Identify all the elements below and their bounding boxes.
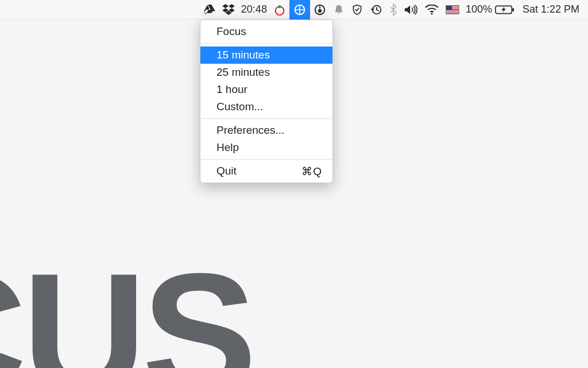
battery-charging-icon[interactable] <box>495 0 518 20</box>
dropbox-icon[interactable] <box>219 0 238 20</box>
clock[interactable]: Sat 1:22 PM <box>518 0 582 20</box>
menu-item-15-minutes[interactable]: 15 minutes <box>200 47 332 64</box>
menu-item-custom[interactable]: Custom... <box>200 98 332 115</box>
timer-text[interactable]: 20:48 <box>238 0 270 20</box>
menu-item-1-hour[interactable]: 1 hour <box>200 81 332 98</box>
menu-item-help[interactable]: Help <box>200 139 332 156</box>
tomato-icon[interactable] <box>270 0 289 20</box>
menu-item-25-minutes[interactable]: 25 minutes <box>200 64 332 81</box>
volume-icon[interactable] <box>401 0 421 20</box>
battery-percentage[interactable]: 100% <box>463 0 495 20</box>
menu-item-quit[interactable]: Quit ⌘Q <box>200 162 332 180</box>
focus-app-icon[interactable] <box>289 0 310 20</box>
input-source-flag[interactable] <box>442 0 463 20</box>
menu-title: Focus <box>200 23 332 40</box>
google-drive-icon[interactable] <box>200 0 219 20</box>
svg-point-3 <box>318 9 322 12</box>
svg-rect-7 <box>512 8 514 11</box>
menu-item-quit-shortcut: ⌘Q <box>301 165 322 178</box>
background-word: CUS <box>0 247 252 368</box>
wifi-icon[interactable] <box>421 0 442 20</box>
shield-check-icon[interactable] <box>348 0 366 20</box>
menu-item-preferences[interactable]: Preferences... <box>200 122 332 139</box>
focus-dropdown-menu: Focus 15 minutes 25 minutes 1 hour Custo… <box>200 20 333 183</box>
menu-separator <box>200 43 332 44</box>
menu-separator <box>200 118 332 119</box>
bluetooth-icon[interactable] <box>386 0 401 20</box>
time-machine-icon[interactable] <box>366 0 386 20</box>
notifications-icon[interactable] <box>330 0 348 20</box>
svg-point-5 <box>431 13 432 14</box>
avocode-icon[interactable] <box>310 0 330 20</box>
menubar: 20:48 100% Sat 1:22 PM <box>0 0 588 20</box>
menu-separator <box>200 159 332 160</box>
menu-item-quit-label: Quit <box>216 165 237 177</box>
